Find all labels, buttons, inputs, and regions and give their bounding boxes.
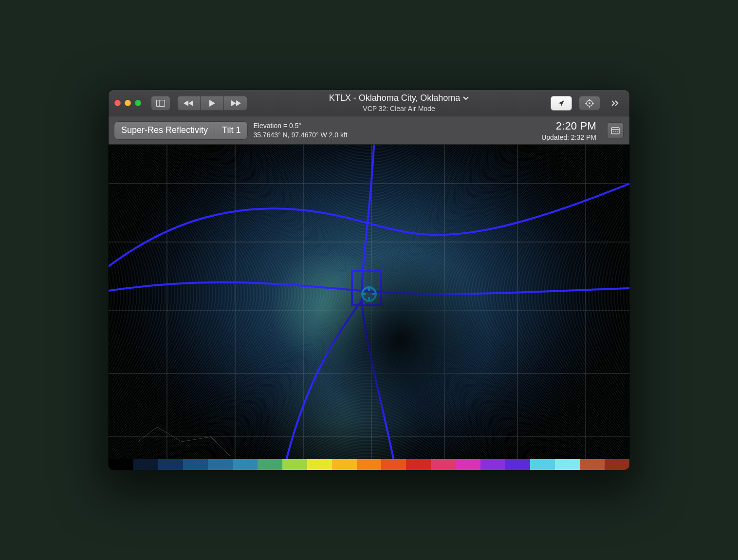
calendar-button[interactable] <box>607 122 624 139</box>
playback-controls <box>177 96 247 111</box>
svg-point-9 <box>362 287 376 301</box>
colorscale-swatch <box>109 459 133 470</box>
tilt-label: Tilt 1 <box>222 125 240 135</box>
svg-point-7 <box>615 131 616 132</box>
colorscale-swatch <box>431 459 456 470</box>
colorscale-swatch <box>158 459 183 470</box>
rewind-button[interactable] <box>177 96 201 111</box>
colorscale-swatch <box>133 459 158 470</box>
toolbar-overflow-button[interactable] <box>607 96 624 111</box>
app-window: KTLX - Oklahoma City, Oklahoma VCP 32: C… <box>109 90 629 470</box>
calendar-icon <box>611 127 620 134</box>
elevation-readout: Elevation = 0.5° <box>253 121 347 131</box>
chevron-down-icon <box>463 96 469 100</box>
colorscale-swatch <box>307 459 332 470</box>
product-label: Super-Res Reflectivity <box>121 125 208 135</box>
zoom-window-button[interactable] <box>135 100 141 106</box>
product-tilt-selector: Super-Res Reflectivity Tilt 1 <box>114 122 247 139</box>
colorscale-swatch <box>505 459 530 470</box>
sidebar-icon <box>156 100 165 107</box>
updated-time: Updated: 2:32 PM <box>541 133 596 141</box>
titlebar: KTLX - Oklahoma City, Oklahoma VCP 32: C… <box>109 90 629 116</box>
svg-rect-0 <box>157 100 165 106</box>
colorscale-swatch <box>233 459 258 470</box>
county-lines <box>109 145 629 470</box>
reflectivity-colorscale <box>109 459 629 470</box>
play-button[interactable] <box>201 96 224 111</box>
target-icon <box>585 99 594 108</box>
play-icon <box>209 99 216 107</box>
radar-map[interactable] <box>109 145 629 470</box>
traffic-lights <box>114 100 141 106</box>
highways <box>109 145 629 470</box>
cursor-readout: Elevation = 0.5° 35.7643° N, 97.4670° W … <box>253 121 347 140</box>
colorscale-swatch <box>332 459 357 470</box>
fast-forward-icon <box>230 100 241 107</box>
radar-site-marker <box>360 285 378 303</box>
tilt-selector[interactable]: Tilt 1 <box>215 122 247 139</box>
location-arrow-icon <box>557 99 565 107</box>
colorscale-swatch <box>456 459 480 470</box>
colorscale-swatch <box>183 459 208 470</box>
minimize-window-button[interactable] <box>125 100 131 106</box>
infobar: Super-Res Reflectivity Tilt 1 Elevation … <box>109 116 629 145</box>
sidebar-toggle-button[interactable] <box>151 96 170 111</box>
svg-point-6 <box>613 131 614 132</box>
svg-point-8 <box>617 131 618 132</box>
target-button[interactable] <box>579 96 600 111</box>
colorscale-swatch <box>208 459 233 470</box>
scan-time: 2:20 PM <box>541 120 596 132</box>
close-window-button[interactable] <box>114 100 121 106</box>
colorscale-swatch <box>406 459 431 470</box>
product-selector[interactable]: Super-Res Reflectivity <box>114 122 215 139</box>
vcp-mode-label: VCP 32: Clear Air Mode <box>329 105 469 113</box>
colorscale-swatch <box>381 459 406 470</box>
rewind-icon <box>184 100 194 107</box>
colorscale-swatch <box>282 459 307 470</box>
colorscale-swatch <box>357 459 382 470</box>
site-selector[interactable]: KTLX - Oklahoma City, Oklahoma VCP 32: C… <box>329 93 469 112</box>
colorscale-swatch <box>480 459 505 470</box>
colorscale-swatch <box>605 459 629 470</box>
svg-rect-4 <box>611 128 619 134</box>
colorscale-swatch <box>530 459 555 470</box>
colorscale-swatch <box>580 459 605 470</box>
colorscale-swatch <box>555 459 580 470</box>
colorscale-swatch <box>258 459 282 470</box>
site-label: KTLX - Oklahoma City, Oklahoma <box>329 93 461 104</box>
svg-point-3 <box>589 102 590 104</box>
fast-forward-button[interactable] <box>224 96 247 111</box>
chevron-double-right-icon <box>611 100 620 107</box>
time-readout: 2:20 PM Updated: 2:32 PM <box>541 120 596 141</box>
coordinates-readout: 35.7643° N, 97.4670° W 2.0 kft <box>253 131 347 140</box>
locate-button[interactable] <box>551 96 572 111</box>
